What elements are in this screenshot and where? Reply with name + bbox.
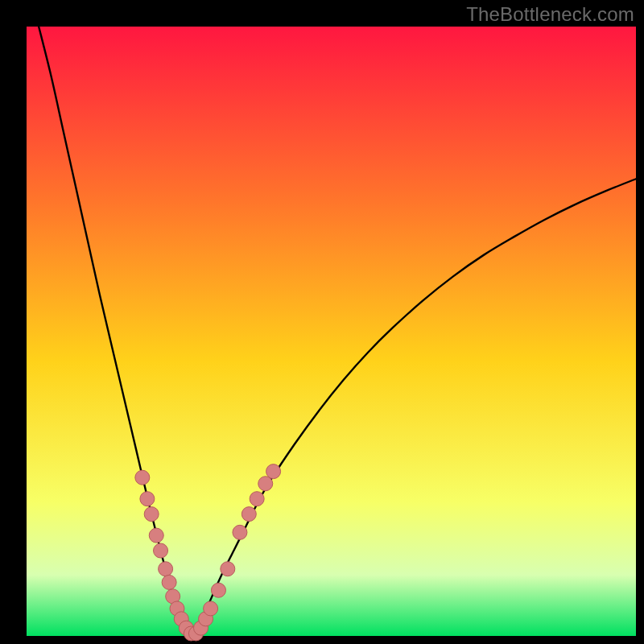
watermark-text: TheBottleneck.com xyxy=(466,3,634,26)
curve-marker xyxy=(159,562,173,576)
chart-gradient-background xyxy=(27,27,636,636)
curve-marker xyxy=(233,525,247,539)
curve-marker xyxy=(221,562,235,576)
chart-frame: TheBottleneck.com xyxy=(0,0,644,644)
curve-marker xyxy=(144,507,159,522)
curve-marker xyxy=(211,583,225,597)
curve-marker xyxy=(204,601,218,616)
curve-marker xyxy=(140,492,155,506)
curve-marker xyxy=(250,492,264,506)
curve-marker xyxy=(149,528,163,543)
curve-marker xyxy=(266,464,281,479)
curve-marker xyxy=(135,470,150,485)
curve-marker xyxy=(162,575,176,589)
curve-marker xyxy=(242,507,256,522)
curve-marker xyxy=(154,543,168,558)
curve-marker xyxy=(258,477,273,491)
bottleneck-curve-chart xyxy=(0,0,644,644)
